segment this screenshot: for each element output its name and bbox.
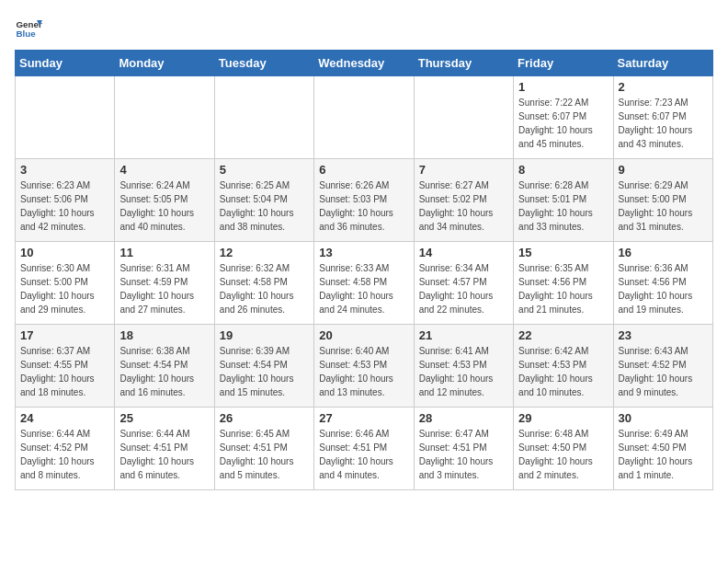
day-number: 5 — [220, 163, 309, 177]
day-info: Sunrise: 6:34 AM Sunset: 4:57 PM Dayligh… — [419, 261, 508, 316]
day-number: 19 — [220, 328, 309, 342]
day-number: 27 — [319, 411, 408, 425]
day-number: 30 — [619, 411, 708, 425]
day-info: Sunrise: 7:22 AM Sunset: 6:07 PM Dayligh… — [518, 96, 608, 151]
day-number: 9 — [619, 163, 708, 177]
day-number: 13 — [319, 246, 408, 259]
calendar-week-1: 1Sunrise: 7:22 AM Sunset: 6:07 PM Daylig… — [16, 76, 713, 159]
day-of-week-wednesday: Wednesday — [314, 51, 414, 76]
calendar-header-row: SundayMondayTuesdayWednesdayThursdayFrid… — [16, 51, 713, 76]
day-info: Sunrise: 6:42 AM Sunset: 4:53 PM Dayligh… — [518, 344, 608, 399]
logo: General Blue — [15, 15, 42, 42]
day-info: Sunrise: 6:28 AM Sunset: 5:01 PM Dayligh… — [518, 178, 608, 234]
day-number: 7 — [419, 163, 508, 177]
calendar-cell — [16, 76, 115, 159]
day-number: 1 — [518, 80, 608, 94]
day-number: 23 — [619, 328, 708, 342]
day-of-week-thursday: Thursday — [414, 51, 513, 76]
calendar-cell: 7Sunrise: 6:27 AM Sunset: 5:02 PM Daylig… — [414, 159, 513, 242]
calendar-cell: 10Sunrise: 6:30 AM Sunset: 5:00 PM Dayli… — [16, 242, 115, 325]
calendar-cell: 25Sunrise: 6:44 AM Sunset: 4:51 PM Dayli… — [115, 408, 214, 490]
day-info: Sunrise: 6:23 AM Sunset: 5:06 PM Dayligh… — [20, 178, 109, 234]
day-info: Sunrise: 6:32 AM Sunset: 4:58 PM Dayligh… — [220, 261, 309, 316]
calendar-cell: 14Sunrise: 6:34 AM Sunset: 4:57 PM Dayli… — [414, 242, 513, 325]
calendar-cell: 26Sunrise: 6:45 AM Sunset: 4:51 PM Dayli… — [214, 408, 313, 490]
day-info: Sunrise: 6:25 AM Sunset: 5:04 PM Dayligh… — [220, 178, 309, 234]
day-number: 20 — [319, 328, 408, 342]
day-info: Sunrise: 6:46 AM Sunset: 4:51 PM Dayligh… — [319, 427, 408, 482]
day-number: 21 — [419, 328, 508, 342]
calendar-cell: 23Sunrise: 6:43 AM Sunset: 4:52 PM Dayli… — [613, 325, 712, 408]
day-info: Sunrise: 6:35 AM Sunset: 4:56 PM Dayligh… — [518, 261, 608, 316]
calendar-cell: 8Sunrise: 6:28 AM Sunset: 5:01 PM Daylig… — [514, 159, 613, 242]
day-info: Sunrise: 6:44 AM Sunset: 4:52 PM Dayligh… — [20, 427, 109, 482]
calendar-cell: 2Sunrise: 7:23 AM Sunset: 6:07 PM Daylig… — [613, 76, 712, 159]
day-info: Sunrise: 6:48 AM Sunset: 4:50 PM Dayligh… — [518, 427, 608, 482]
day-number: 4 — [119, 163, 209, 177]
calendar-cell: 20Sunrise: 6:40 AM Sunset: 4:53 PM Dayli… — [314, 325, 414, 408]
day-of-week-monday: Monday — [115, 51, 214, 76]
day-info: Sunrise: 6:37 AM Sunset: 4:55 PM Dayligh… — [20, 344, 109, 399]
calendar-cell: 24Sunrise: 6:44 AM Sunset: 4:52 PM Dayli… — [16, 408, 115, 490]
calendar-cell: 19Sunrise: 6:39 AM Sunset: 4:54 PM Dayli… — [214, 325, 313, 408]
calendar-cell: 15Sunrise: 6:35 AM Sunset: 4:56 PM Dayli… — [514, 242, 613, 325]
day-info: Sunrise: 6:43 AM Sunset: 4:52 PM Dayligh… — [619, 344, 708, 399]
calendar-cell: 5Sunrise: 6:25 AM Sunset: 5:04 PM Daylig… — [214, 159, 313, 242]
calendar-cell: 9Sunrise: 6:29 AM Sunset: 5:00 PM Daylig… — [613, 159, 712, 242]
day-of-week-tuesday: Tuesday — [214, 51, 313, 76]
day-info: Sunrise: 6:31 AM Sunset: 4:59 PM Dayligh… — [119, 261, 209, 316]
day-info: Sunrise: 6:47 AM Sunset: 4:51 PM Dayligh… — [419, 427, 508, 482]
day-number: 14 — [419, 246, 508, 259]
day-info: Sunrise: 7:23 AM Sunset: 6:07 PM Dayligh… — [619, 96, 708, 151]
day-info: Sunrise: 6:33 AM Sunset: 4:58 PM Dayligh… — [319, 261, 408, 316]
calendar-week-3: 10Sunrise: 6:30 AM Sunset: 5:00 PM Dayli… — [16, 242, 713, 325]
calendar-cell: 21Sunrise: 6:41 AM Sunset: 4:53 PM Dayli… — [414, 325, 513, 408]
day-number: 25 — [119, 411, 209, 425]
day-number: 6 — [319, 163, 408, 177]
calendar-cell: 1Sunrise: 7:22 AM Sunset: 6:07 PM Daylig… — [514, 76, 613, 159]
day-of-week-friday: Friday — [514, 51, 613, 76]
day-number: 8 — [518, 163, 608, 177]
calendar-week-2: 3Sunrise: 6:23 AM Sunset: 5:06 PM Daylig… — [16, 159, 713, 242]
calendar-cell: 22Sunrise: 6:42 AM Sunset: 4:53 PM Dayli… — [514, 325, 613, 408]
day-info: Sunrise: 6:30 AM Sunset: 5:00 PM Dayligh… — [20, 261, 109, 316]
day-number: 16 — [619, 246, 708, 259]
day-info: Sunrise: 6:24 AM Sunset: 5:05 PM Dayligh… — [119, 178, 209, 234]
calendar-week-4: 17Sunrise: 6:37 AM Sunset: 4:55 PM Dayli… — [16, 325, 713, 408]
day-number: 18 — [119, 328, 209, 342]
day-info: Sunrise: 6:44 AM Sunset: 4:51 PM Dayligh… — [119, 427, 209, 482]
day-number: 29 — [518, 411, 608, 425]
calendar-cell: 12Sunrise: 6:32 AM Sunset: 4:58 PM Dayli… — [214, 242, 313, 325]
day-number: 2 — [619, 80, 708, 94]
calendar-cell: 28Sunrise: 6:47 AM Sunset: 4:51 PM Dayli… — [414, 408, 513, 490]
calendar-cell: 17Sunrise: 6:37 AM Sunset: 4:55 PM Dayli… — [16, 325, 115, 408]
day-info: Sunrise: 6:45 AM Sunset: 4:51 PM Dayligh… — [220, 427, 309, 482]
header: General Blue — [15, 15, 713, 42]
day-number: 11 — [119, 246, 209, 259]
day-of-week-saturday: Saturday — [613, 51, 712, 76]
day-info: Sunrise: 6:27 AM Sunset: 5:02 PM Dayligh… — [419, 178, 508, 234]
calendar-cell: 13Sunrise: 6:33 AM Sunset: 4:58 PM Dayli… — [314, 242, 414, 325]
day-info: Sunrise: 6:40 AM Sunset: 4:53 PM Dayligh… — [319, 344, 408, 399]
calendar-cell: 4Sunrise: 6:24 AM Sunset: 5:05 PM Daylig… — [115, 159, 214, 242]
day-number: 22 — [518, 328, 608, 342]
day-info: Sunrise: 6:29 AM Sunset: 5:00 PM Dayligh… — [619, 178, 708, 234]
calendar-cell: 30Sunrise: 6:49 AM Sunset: 4:50 PM Dayli… — [613, 408, 712, 490]
calendar-cell: 29Sunrise: 6:48 AM Sunset: 4:50 PM Dayli… — [514, 408, 613, 490]
calendar-cell: 11Sunrise: 6:31 AM Sunset: 4:59 PM Dayli… — [115, 242, 214, 325]
calendar-cell — [115, 76, 214, 159]
day-info: Sunrise: 6:41 AM Sunset: 4:53 PM Dayligh… — [419, 344, 508, 399]
day-info: Sunrise: 6:38 AM Sunset: 4:54 PM Dayligh… — [119, 344, 209, 399]
day-info: Sunrise: 6:39 AM Sunset: 4:54 PM Dayligh… — [220, 344, 309, 399]
day-number: 12 — [220, 246, 309, 259]
day-info: Sunrise: 6:49 AM Sunset: 4:50 PM Dayligh… — [619, 427, 708, 482]
day-number: 15 — [518, 246, 608, 259]
day-number: 17 — [20, 328, 109, 342]
calendar-body: 1Sunrise: 7:22 AM Sunset: 6:07 PM Daylig… — [16, 76, 713, 490]
calendar-cell: 16Sunrise: 6:36 AM Sunset: 4:56 PM Dayli… — [613, 242, 712, 325]
day-number: 24 — [20, 411, 109, 425]
calendar-cell: 6Sunrise: 6:26 AM Sunset: 5:03 PM Daylig… — [314, 159, 414, 242]
calendar-cell — [314, 76, 414, 159]
calendar-week-5: 24Sunrise: 6:44 AM Sunset: 4:52 PM Dayli… — [16, 408, 713, 490]
day-number: 3 — [20, 163, 109, 177]
